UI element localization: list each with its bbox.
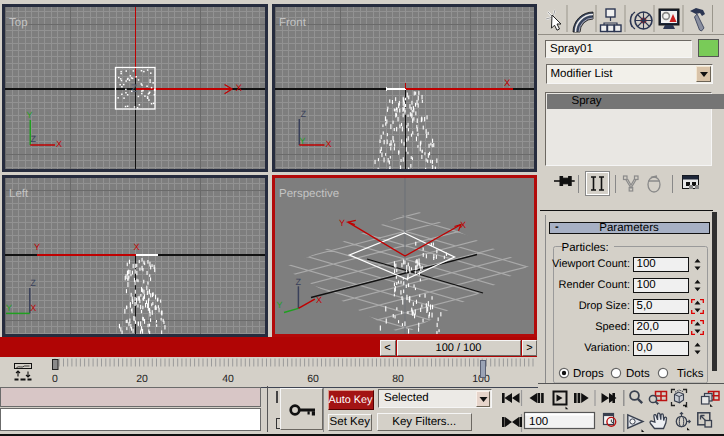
svg-text:40: 40 [222,373,234,385]
svg-text:X: X [235,83,242,94]
svg-text:X: X [325,138,331,148]
svg-text:Z: Z [30,134,36,144]
svg-text:0: 0 [52,373,58,385]
svg-text:Y: Y [34,242,40,252]
svg-text:X: X [133,242,139,252]
svg-text:Z: Z [30,278,36,288]
svg-text:Drops: Drops [573,368,604,380]
svg-text:Z: Z [300,109,306,119]
svg-text:Perspective: Perspective [279,188,339,200]
svg-text:Front: Front [279,16,307,28]
svg-text:Z: Z [295,277,301,287]
svg-text:60: 60 [307,373,319,385]
svg-text:80: 80 [392,373,404,385]
svg-text:Y: Y [6,303,12,313]
svg-text:20: 20 [136,373,148,385]
svg-text:Y: Y [26,110,32,120]
svg-text:X: X [504,77,511,88]
svg-text:X: X [316,295,322,305]
svg-text:Dots: Dots [626,368,650,380]
svg-text:Y: Y [339,218,345,228]
svg-text:Y: Y [299,135,305,145]
svg-text:Ticks: Ticks [677,368,704,380]
svg-text:Y: Y [276,300,282,310]
svg-text:Z: Z [130,83,137,95]
svg-text:Left: Left [9,188,29,200]
svg-text:X: X [460,220,466,230]
svg-text:X: X [56,138,62,148]
svg-text:100: 100 [529,416,548,428]
svg-text:X: X [30,303,36,313]
svg-text:Top: Top [9,16,28,28]
